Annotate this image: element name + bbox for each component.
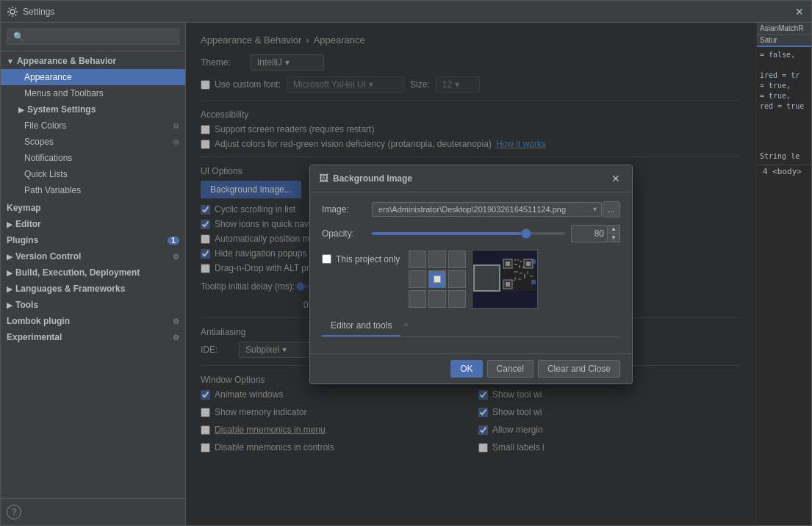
placement-mid-right[interactable] bbox=[448, 270, 466, 288]
dialog-close-button[interactable]: ✕ bbox=[608, 171, 623, 186]
code-line-1: = false, bbox=[760, 50, 808, 60]
this-project-checkbox[interactable] bbox=[322, 254, 331, 264]
svg-rect-20 bbox=[527, 271, 528, 274]
settings-icon bbox=[7, 6, 18, 18]
checkbox-column: This project only bbox=[322, 250, 400, 309]
code-line-5: = true, bbox=[760, 91, 808, 101]
svg-rect-24 bbox=[512, 280, 515, 281]
sidebar-item-appearance-behavior[interactable]: ▼ Appearance & Behavior bbox=[1, 53, 185, 69]
sidebar-item-build-execution[interactable]: ▶ Build, Execution, Deployment bbox=[1, 264, 185, 281]
sidebar-item-label: Appearance bbox=[24, 72, 72, 82]
expand-arrow-icon: ▶ bbox=[7, 269, 12, 277]
code-content: = false, ired = tr = true, = true, red =… bbox=[757, 47, 811, 165]
sidebar-item-version-control[interactable]: ▶ Version Control ⚙ bbox=[1, 248, 185, 264]
opacity-slider[interactable] bbox=[372, 232, 565, 235]
svg-rect-14 bbox=[522, 267, 524, 268]
sidebar-item-lombok-plugin[interactable]: Lombok plugin ⚙ bbox=[1, 313, 185, 329]
dialog-title-icon: 🖼 bbox=[319, 173, 328, 184]
bottom-code-bar: 4 <body> bbox=[757, 165, 811, 178]
code-line-3: ired = tr bbox=[760, 71, 808, 81]
image-input[interactable] bbox=[372, 202, 602, 217]
sidebar-item-plugins[interactable]: Plugins 1 bbox=[1, 232, 185, 248]
opacity-label: Opacity: bbox=[322, 228, 366, 239]
ok-button[interactable]: OK bbox=[450, 360, 482, 378]
settings-window: Settings ✕ ▼ Appearance & Behavior Appea… bbox=[0, 0, 812, 526]
sidebar-item-label: Plugins bbox=[7, 235, 38, 245]
preview-placement-row: This project only bbox=[322, 250, 620, 309]
opacity-up-button[interactable]: ▲ bbox=[608, 226, 619, 234]
sidebar-item-keymap[interactable]: Keymap bbox=[1, 200, 185, 216]
dialog-title: Background Image bbox=[333, 173, 604, 184]
sidebar-item-label: Path Variables bbox=[24, 185, 81, 195]
dialog-body: Image: ▾ ... Opacity: bbox=[310, 192, 632, 353]
placement-center[interactable] bbox=[428, 270, 446, 288]
placement-mid-left[interactable] bbox=[409, 270, 426, 288]
expand-arrow-icon: ▶ bbox=[7, 220, 12, 228]
sidebar-item-file-colors[interactable]: File Colors ⚙ bbox=[1, 118, 185, 134]
svg-rect-17 bbox=[514, 277, 516, 280]
browse-button[interactable]: ... bbox=[603, 201, 620, 217]
sidebar-item-quick-lists[interactable]: Quick Lists bbox=[1, 166, 185, 182]
sidebar-item-system-settings[interactable]: ▶ System Settings bbox=[1, 101, 185, 118]
settings-icon-small: ⚙ bbox=[173, 334, 179, 342]
background-image-dialog: 🖼 Background Image ✕ Image: ▾ ... bbox=[309, 165, 633, 384]
placement-bottom-left[interactable] bbox=[409, 290, 426, 308]
expand-arrow-icon: ▶ bbox=[7, 285, 12, 293]
sidebar-item-languages-frameworks[interactable]: ▶ Languages & Frameworks bbox=[1, 281, 185, 297]
title-bar: Settings ✕ bbox=[1, 1, 811, 23]
opacity-down-button[interactable]: ▼ bbox=[608, 234, 619, 242]
opacity-spinners: ▲ ▼ bbox=[608, 225, 620, 242]
sidebar-item-label: Languages & Frameworks bbox=[15, 284, 125, 294]
search-input[interactable] bbox=[7, 29, 179, 45]
sidebar-item-tools[interactable]: ▶ Tools bbox=[1, 297, 185, 313]
code-tab-2[interactable]: Satur bbox=[760, 36, 777, 44]
sidebar-item-scopes[interactable]: Scopes ⚙ bbox=[1, 134, 185, 150]
editor-tools-tab[interactable]: Editor and tools bbox=[322, 316, 400, 336]
dialog-tabs: Editor and tools » bbox=[322, 316, 620, 337]
svg-rect-9 bbox=[514, 259, 516, 261]
code-line-6: red = true bbox=[760, 101, 808, 112]
settings-icon-small: ⚙ bbox=[173, 138, 179, 146]
placement-top-center[interactable] bbox=[428, 251, 446, 268]
svg-rect-12 bbox=[514, 264, 517, 265]
code-tab-1[interactable]: AsianMatchR bbox=[760, 24, 803, 32]
settings-icon-small: ⚙ bbox=[173, 253, 179, 261]
svg-rect-21 bbox=[530, 275, 533, 277]
sidebar-item-experimental[interactable]: Experimental ⚙ bbox=[1, 329, 185, 345]
svg-rect-15 bbox=[514, 271, 518, 273]
opacity-input[interactable] bbox=[571, 225, 608, 242]
svg-rect-10 bbox=[517, 259, 519, 261]
sidebar: ▼ Appearance & Behavior Appearance Menus… bbox=[1, 23, 186, 525]
sidebar-item-menus-toolbars[interactable]: Menus and Toolbars bbox=[1, 85, 185, 101]
sidebar-item-editor[interactable]: ▶ Editor bbox=[1, 216, 185, 232]
image-row: Image: ▾ ... bbox=[322, 201, 620, 217]
expand-arrow-icon: ▶ bbox=[18, 106, 24, 114]
placement-top-right[interactable] bbox=[448, 251, 466, 268]
code-tab-bar-2: Satur bbox=[757, 35, 811, 47]
cancel-button[interactable]: Cancel bbox=[487, 360, 533, 378]
this-project-label: This project only bbox=[336, 254, 400, 264]
placement-top-left[interactable] bbox=[409, 251, 426, 268]
sidebar-item-label: Keymap bbox=[7, 203, 41, 213]
svg-rect-13 bbox=[519, 265, 520, 268]
tab-more-arrow[interactable]: » bbox=[400, 316, 411, 336]
opacity-slider-thumb[interactable] bbox=[521, 228, 531, 239]
svg-rect-18 bbox=[518, 278, 521, 280]
sidebar-item-label: Experimental bbox=[7, 332, 62, 342]
plugins-badge: 1 bbox=[168, 237, 179, 245]
svg-rect-16 bbox=[520, 273, 522, 274]
svg-rect-8 bbox=[506, 282, 510, 287]
svg-rect-7 bbox=[526, 262, 531, 266]
sidebar-item-label: Build, Execution, Deployment bbox=[15, 267, 140, 278]
placement-bottom-center[interactable] bbox=[428, 290, 446, 308]
clear-close-button[interactable]: Clear and Close bbox=[538, 360, 620, 378]
sidebar-item-path-variables[interactable]: Path Variables bbox=[1, 182, 185, 198]
close-button[interactable]: ✕ bbox=[794, 6, 805, 18]
sidebar-item-notifications[interactable]: Notifications bbox=[1, 150, 185, 166]
sidebar-item-appearance[interactable]: Appearance bbox=[1, 69, 185, 85]
sidebar-item-label: Version Control bbox=[15, 251, 81, 262]
bottom-code-content: 4 <body> bbox=[763, 167, 802, 176]
placement-section bbox=[409, 250, 538, 309]
placement-bottom-right[interactable] bbox=[448, 290, 466, 308]
help-button[interactable]: ? bbox=[7, 505, 21, 519]
